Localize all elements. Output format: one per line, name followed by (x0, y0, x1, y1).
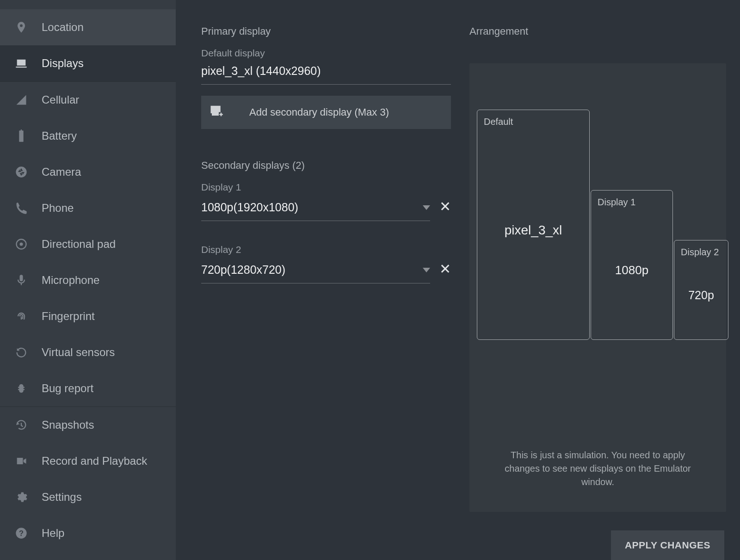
arrangement-device-default[interactable]: Default pixel_3_xl (477, 110, 590, 340)
fingerprint-icon (14, 310, 29, 323)
sidebar-item-virtual-sensors[interactable]: Virtual sensors (0, 334, 176, 370)
sidebar-item-microphone[interactable]: Microphone (0, 262, 176, 298)
sidebar-item-settings[interactable]: Settings (0, 479, 176, 515)
secondary-displays-title: Secondary displays (2) (201, 160, 451, 172)
main-content: Primary display Default display pixel_3_… (176, 0, 740, 560)
display-2-value: 720p(1280x720) (201, 263, 285, 277)
sidebar-item-record-playback[interactable]: Record and Playback (0, 443, 176, 479)
rotate-icon (14, 346, 29, 359)
arrangement-panel: Default pixel_3_xl Display 1 1080p Displ… (469, 63, 726, 512)
sidebar-item-phone[interactable]: Phone (0, 190, 176, 226)
sidebar-item-label: Record and Playback (42, 455, 147, 468)
bug-icon (14, 382, 29, 395)
sidebar-item-battery[interactable]: Battery (0, 118, 176, 154)
display-1-value: 1080p(1920x1080) (201, 201, 298, 214)
device-tag: Default (484, 117, 583, 127)
microphone-icon (14, 274, 29, 287)
sidebar-item-label: Bug report (42, 382, 93, 395)
camera-aperture-icon (14, 166, 29, 178)
sidebar-item-label: Cellular (42, 93, 79, 106)
sidebar-item-displays[interactable]: Displays (0, 45, 176, 81)
arrangement-stage: Default pixel_3_xl Display 1 1080p Displ… (477, 109, 726, 340)
history-icon (14, 418, 29, 431)
sidebar-item-label: Settings (42, 491, 82, 504)
display-2-label: Display 2 (201, 244, 451, 255)
gear-icon (14, 491, 29, 504)
add-secondary-display-label: Add secondary display (Max 3) (249, 106, 389, 118)
sidebar-item-label: Microphone (42, 274, 99, 287)
dpad-icon (14, 238, 29, 251)
sidebar-item-camera[interactable]: Camera (0, 154, 176, 190)
sidebar-item-cellular[interactable]: Cellular (0, 82, 176, 118)
display-1-select[interactable]: 1080p(1920x1080) (201, 201, 430, 221)
sidebar-item-label: Battery (42, 129, 77, 142)
phone-icon (14, 202, 29, 215)
chevron-down-icon (423, 268, 430, 272)
primary-display-title: Primary display (201, 25, 451, 37)
sidebar-item-label: Camera (42, 166, 81, 178)
device-name: 1080p (598, 263, 666, 277)
svg-point-1 (20, 243, 23, 246)
sidebar-item-label: Phone (42, 202, 74, 215)
sidebar-item-bug-report[interactable]: Bug report (0, 370, 176, 406)
arrangement-title: Arrangement (469, 25, 726, 37)
sidebar-item-snapshots[interactable]: Snapshots (0, 407, 176, 443)
device-name: pixel_3_xl (484, 223, 583, 238)
device-name: 720p (681, 289, 722, 302)
cellular-signal-icon (14, 93, 29, 106)
location-pin-icon (14, 21, 29, 34)
sidebar-item-help[interactable]: ? Help (0, 515, 176, 551)
arrangement-device-1[interactable]: Display 1 1080p (591, 190, 673, 340)
sidebar-item-label: Directional pad (42, 238, 116, 251)
sidebar-item-label: Displays (42, 57, 84, 70)
arrangement-device-2[interactable]: Display 2 720p (674, 240, 728, 340)
default-display-label: Default display (201, 48, 451, 59)
remove-display-1-button[interactable]: ✕ (439, 198, 451, 221)
device-tag: Display 1 (598, 197, 666, 208)
remove-display-2-button[interactable]: ✕ (439, 261, 451, 283)
sidebar-item-label: Location (42, 21, 84, 34)
add-secondary-display-button[interactable]: Add secondary display (Max 3) (201, 96, 451, 129)
add-display-icon (210, 104, 223, 121)
sidebar-item-directional-pad[interactable]: Directional pad (0, 226, 176, 262)
display-2-select[interactable]: 720p(1280x720) (201, 263, 430, 283)
sidebar-item-location[interactable]: Location (0, 9, 176, 45)
apply-changes-button[interactable]: APPLY CHANGES (611, 530, 724, 560)
sidebar-item-label: Help (42, 527, 64, 540)
sidebar-item-label: Virtual sensors (42, 346, 115, 359)
help-icon: ? (14, 527, 29, 540)
svg-text:?: ? (19, 529, 24, 537)
laptop-icon (14, 57, 29, 70)
chevron-down-icon (423, 205, 430, 210)
video-camera-icon (14, 455, 29, 468)
device-tag: Display 2 (681, 247, 722, 258)
display-1-label: Display 1 (201, 182, 451, 193)
sidebar-item-label: Fingerprint (42, 310, 95, 323)
sidebar: Location Displays Cellular Battery Camer… (0, 0, 176, 560)
default-display-value[interactable]: pixel_3_xl (1440x2960) (201, 64, 451, 85)
battery-icon (14, 129, 29, 142)
sidebar-item-label: Snapshots (42, 418, 94, 431)
arrangement-note: This is just a simulation. You need to a… (469, 449, 726, 512)
sidebar-item-fingerprint[interactable]: Fingerprint (0, 298, 176, 334)
